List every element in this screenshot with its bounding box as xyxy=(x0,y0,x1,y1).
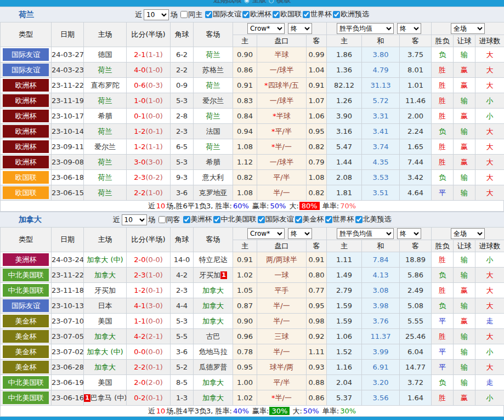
avg-type-select[interactable]: 胜平负均值 xyxy=(337,23,394,34)
home-team-cell: 美国 xyxy=(84,375,127,390)
recent-count-select[interactable]: 10 xyxy=(144,9,169,20)
view-horizontal-radio[interactable]: ○ xyxy=(269,0,274,4)
fulltime-score: 0-2 xyxy=(134,394,145,402)
odds-stage-select[interactable]: 终 xyxy=(288,23,312,34)
same-away-checkbox[interactable] xyxy=(158,216,166,223)
home-team-cell: 爱尔兰 xyxy=(84,139,127,155)
league-filter-label: 欧洲杯 xyxy=(250,9,271,19)
team-name: 荷兰 xyxy=(206,112,220,120)
league-filter-checkbox[interactable] xyxy=(295,216,302,223)
avg-win-cell: 1.06 xyxy=(327,329,362,344)
team-name: 加拿大 xyxy=(202,286,224,294)
halftime-score: (0-3) xyxy=(145,81,162,89)
date-cell: 23-06-28 xyxy=(52,360,84,375)
team-name: 荷兰 xyxy=(98,173,112,181)
league-filter-checkbox[interactable] xyxy=(205,11,212,18)
result-cell: 负 xyxy=(432,298,454,314)
recent-count-select[interactable]: 10 xyxy=(122,214,147,225)
handicap-result-cell: 输 xyxy=(454,268,475,283)
team-name: 荷兰 xyxy=(98,189,112,197)
summary-segment: 40% xyxy=(233,407,250,415)
home-odds-cell: 1.08 xyxy=(233,139,257,155)
score-cell: 4-1(3-0) xyxy=(127,298,171,314)
corner-cell: 3-6 xyxy=(171,344,194,360)
avg-lose-cell: 2.24 xyxy=(400,124,432,139)
handicap-cell: 半/一 xyxy=(257,185,307,201)
halftime-score: (0-1) xyxy=(145,363,162,371)
bookmaker-select[interactable]: Crow* xyxy=(247,23,285,34)
avg-win-cell: 82.12 xyxy=(327,78,362,93)
odds-stage-select[interactable]: 终 xyxy=(288,228,312,239)
handicap-line: 半/一 xyxy=(273,348,290,356)
scope-select[interactable]: 全场 xyxy=(451,23,485,34)
handicap-result-cell: 输 xyxy=(454,170,475,185)
avg-stage-select[interactable]: 终 xyxy=(397,228,421,239)
avg-win-cell: 1.36 xyxy=(327,63,362,78)
score-cell: 4-2(2-1) xyxy=(127,329,171,344)
fulltime-group-header: 全场 xyxy=(432,228,504,240)
handicap-cell: 平手 xyxy=(257,283,307,298)
halftime-score: (0-0) xyxy=(145,256,162,264)
team-name: 荷兰 xyxy=(206,50,220,59)
home-odds-cell: 0.82 xyxy=(233,170,257,185)
team-name: 加拿大 xyxy=(202,394,224,402)
league-filter-checkbox[interactable] xyxy=(303,11,310,18)
away-team-cell: 特立尼达 xyxy=(194,252,233,268)
home-odds-cell: 0.96 xyxy=(233,329,257,344)
handicap-line: 半/一 xyxy=(273,317,290,325)
avg-stage-select[interactable]: 终 xyxy=(397,23,421,34)
summary-segment: 50% xyxy=(269,202,286,210)
league-badge: 中北美国联 xyxy=(3,391,49,404)
halftime-score: (0-0) xyxy=(145,112,162,120)
result-cell: 胜 xyxy=(432,155,454,170)
summary-segment: 10 xyxy=(156,407,166,415)
col-handicap-result: 让球 xyxy=(454,240,475,252)
avg-type-select[interactable]: 胜平负均值 xyxy=(337,228,394,239)
fulltime-group-header: 全场 xyxy=(432,22,504,35)
date-cell: 23-07-10 xyxy=(52,314,84,329)
goals-result-cell: 大 xyxy=(475,78,504,93)
avg-win-cell: 2.08 xyxy=(327,170,362,185)
league-filter-checkbox[interactable] xyxy=(258,216,265,223)
summary-segment: 赢率: xyxy=(250,407,270,415)
same-home-checkbox[interactable] xyxy=(180,11,188,18)
league-filter-checkbox[interactable] xyxy=(273,11,280,18)
home-team-cell: 荷兰 xyxy=(84,185,127,201)
halftime-score: (0-2) xyxy=(145,173,162,181)
home-odds-cell: 0.87 xyxy=(233,298,257,314)
home-odds-cell: 0.91 xyxy=(233,252,257,268)
scope-select[interactable]: 全场 xyxy=(451,228,485,239)
avg-win-cell: 3.90 xyxy=(327,109,362,124)
view-full-radio[interactable]: ◉ xyxy=(244,0,250,4)
summary-segment: 场,胜4平3负3, 胜率: xyxy=(166,407,233,415)
recent-label: 近 xyxy=(113,215,120,225)
team-name: 希腊 xyxy=(206,158,220,166)
score-cell: 2-2(0-1) xyxy=(127,360,171,375)
away-odds-cell: 0.98 xyxy=(307,314,327,329)
col-score: 比分(半场) xyxy=(127,22,171,47)
goals-result-cell: 小 xyxy=(475,252,504,268)
league-filter-checkbox[interactable] xyxy=(213,216,220,223)
league-filter-checkbox[interactable] xyxy=(325,216,332,223)
date-cell: 23-09-11 xyxy=(52,139,84,155)
goals-result-cell: 大 xyxy=(475,47,504,63)
result-cell: 平 xyxy=(432,314,454,329)
avg-win-cell: 1.26 xyxy=(327,93,362,109)
league-filter-label: 世界杯 xyxy=(310,9,332,19)
handicap-cell: *半/一 xyxy=(257,390,307,406)
avg-draw-cell: 5.72 xyxy=(362,93,400,109)
home-odds-cell: 0.91 xyxy=(233,78,257,93)
score-cell: 1-2(0-1) xyxy=(127,283,171,298)
league-filter-checkbox[interactable] xyxy=(183,216,190,223)
bookmaker-select[interactable]: Crow* xyxy=(247,228,285,239)
league-filter-checkbox[interactable] xyxy=(333,11,340,18)
away-odds-cell: 0.77 xyxy=(307,283,327,298)
league-filter-checkbox[interactable] xyxy=(355,216,363,223)
halftime-score: (0-1) xyxy=(145,286,162,294)
team-name: 日本 xyxy=(98,302,112,310)
league-filter: 美洲杯 xyxy=(182,214,212,224)
avg-draw-cell: 3.51 xyxy=(362,185,400,201)
away-odds-cell: 1.08 xyxy=(307,170,327,185)
league-filter-checkbox[interactable] xyxy=(242,11,250,18)
handicap-cell: 半/一 xyxy=(257,298,307,314)
